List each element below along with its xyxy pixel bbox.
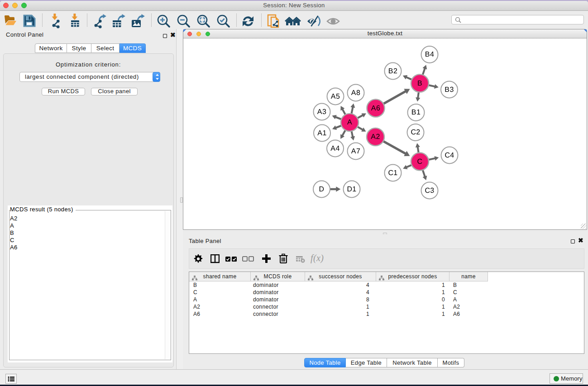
svg-text:C3: C3 — [425, 187, 434, 195]
svg-text:B3: B3 — [445, 86, 454, 94]
svg-text:A6: A6 — [371, 105, 380, 112]
svg-text:B2: B2 — [388, 67, 397, 75]
svg-text:B: B — [417, 80, 422, 87]
svg-text:C4: C4 — [445, 152, 454, 159]
svg-text:A7: A7 — [351, 148, 360, 155]
svg-text:C1: C1 — [388, 169, 397, 177]
svg-text:A4: A4 — [330, 145, 339, 152]
svg-text:A5: A5 — [331, 93, 340, 100]
svg-text:D1: D1 — [347, 186, 356, 193]
svg-text:C: C — [417, 158, 423, 166]
svg-text:A2: A2 — [371, 133, 380, 141]
svg-text:A3: A3 — [317, 108, 326, 116]
svg-text:B1: B1 — [411, 109, 421, 116]
svg-text:A8: A8 — [351, 89, 360, 97]
svg-text:A: A — [347, 119, 352, 126]
svg-text:D: D — [319, 186, 325, 193]
svg-text:A1: A1 — [317, 129, 326, 137]
svg-text:C2: C2 — [411, 129, 420, 136]
svg-text:B4: B4 — [425, 51, 434, 58]
